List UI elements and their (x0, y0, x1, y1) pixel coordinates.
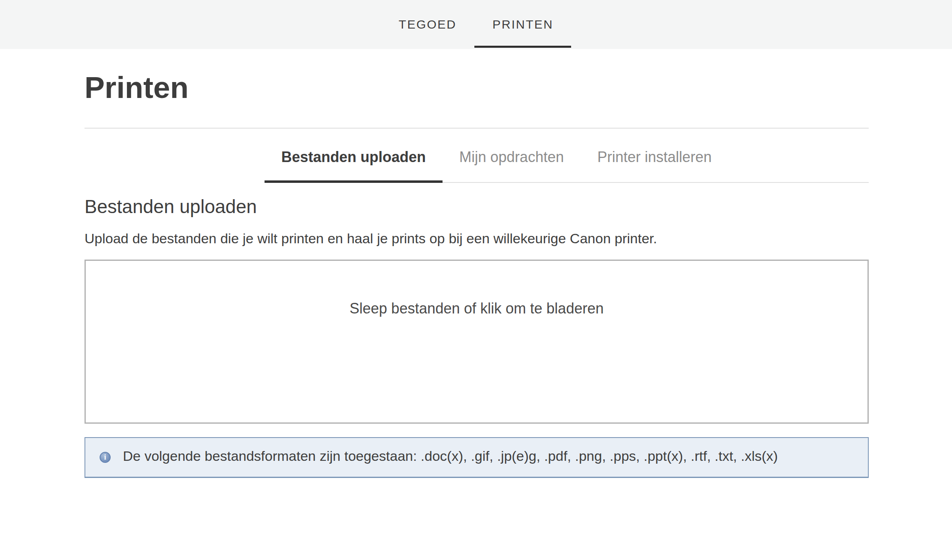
tab-printer-installeren[interactable]: Printer installeren (581, 132, 728, 182)
top-bar: TEGOED PRINTEN (0, 0, 952, 49)
sub-tab-bar: Bestanden uploaden Mijn opdrachten Print… (265, 132, 869, 183)
topnav-item-tegoed[interactable]: TEGOED (381, 0, 475, 49)
page-title: Printen (85, 69, 869, 106)
info-icon (100, 452, 111, 463)
tab-mijn-opdrachten[interactable]: Mijn opdrachten (443, 132, 581, 182)
file-dropzone[interactable]: Sleep bestanden of klik om te bladeren (85, 260, 869, 424)
section-description: Upload de bestanden die je wilt printen … (85, 229, 869, 247)
section-heading: Bestanden uploaden (85, 194, 869, 219)
dropzone-label: Sleep bestanden of klik om te bladeren (349, 300, 603, 317)
topnav-item-printen[interactable]: PRINTEN (474, 0, 571, 49)
title-divider (85, 128, 869, 129)
allowed-formats-infobox: De volgende bestandsformaten zijn toeges… (85, 437, 869, 478)
tab-bestanden-uploaden[interactable]: Bestanden uploaden (265, 132, 443, 182)
main-content: Printen Bestanden uploaden Mijn opdracht… (85, 69, 869, 478)
allowed-formats-text: De volgende bestandsformaten zijn toeges… (123, 448, 778, 464)
top-navigation: TEGOED PRINTEN (381, 0, 572, 49)
